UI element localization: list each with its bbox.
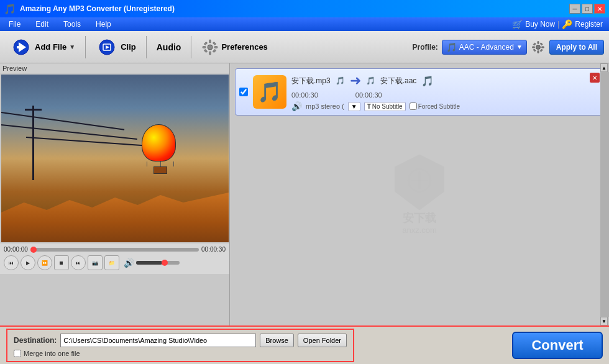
title-bar: 🎵 Amazing Any MP3 Converter (Unregistere…	[0, 0, 609, 17]
audio-button[interactable]: Audio	[152, 40, 186, 55]
toolbar: Add File ▼ Clip Audio	[0, 31, 609, 63]
browse-button[interactable]: Browse	[260, 334, 294, 347]
power-pole	[32, 106, 34, 180]
menu-edit[interactable]: Edit	[33, 19, 51, 30]
snapshot-button[interactable]: 📷	[88, 255, 103, 270]
svg-rect-20	[533, 42, 536, 45]
svg-rect-2	[17, 46, 21, 48]
scrollbar-track[interactable]	[600, 72, 609, 317]
svg-rect-22	[533, 48, 536, 52]
register-link[interactable]: Register	[575, 20, 603, 29]
start-time: 00:00:00	[4, 246, 28, 253]
svg-rect-7	[209, 40, 211, 43]
svg-rect-23	[540, 48, 543, 52]
apply-to-all-button[interactable]: Apply to All	[549, 40, 604, 55]
music-props-icon-dst: 🎵	[366, 76, 375, 85]
add-file-dropdown-icon[interactable]: ▼	[69, 43, 75, 50]
music-props-icon-src: 🎵	[336, 76, 345, 85]
remove-file-button[interactable]: ✕	[590, 73, 600, 83]
svg-rect-12	[213, 42, 217, 45]
open-folder-button[interactable]: Open Folder	[298, 334, 347, 347]
menu-bar: File Edit Tools Help 🛒 Buy Now | 🔑 Regis…	[0, 17, 609, 31]
stop-button[interactable]: ⏹	[54, 255, 69, 270]
svg-rect-9	[203, 46, 206, 48]
svg-rect-18	[532, 46, 534, 47]
merge-checkbox[interactable]	[14, 350, 21, 357]
convert-button[interactable]: Convert	[512, 332, 603, 359]
svg-rect-16	[538, 41, 539, 43]
volume-icon: 🔊	[124, 258, 134, 268]
add-file-label: Add File	[35, 42, 66, 52]
merge-label: Merge into one file	[24, 350, 80, 357]
forced-subtitle: Forced Subtitle	[410, 102, 460, 110]
minimize-button[interactable]: ─	[569, 4, 580, 14]
controls-row: ⏮ ▶ ⏩ ⏹ ⏭ 📷 📁 🔊	[2, 254, 227, 271]
preview-video	[1, 75, 229, 242]
volume-bar: 🔊	[124, 258, 180, 268]
dest-filename: 安下载.aac	[380, 76, 417, 86]
destination-label: Destination:	[14, 336, 57, 345]
svg-rect-11	[204, 42, 208, 45]
forced-subtitle-checkbox[interactable]	[410, 102, 417, 110]
forced-subtitle-label: Forced Subtitle	[418, 103, 460, 110]
progress-track[interactable]	[30, 248, 199, 252]
powerline-2	[1, 124, 137, 139]
folder-button[interactable]: 📁	[104, 255, 119, 270]
toolbar-sep-2	[146, 36, 147, 58]
scrollbar-up-button[interactable]: ▲	[600, 63, 608, 72]
clip-button[interactable]: Clip	[91, 34, 141, 61]
add-file-button[interactable]: Add File ▼	[5, 34, 80, 61]
subtitle-button[interactable]: T No Subtitle	[364, 102, 406, 111]
svg-rect-19	[541, 46, 544, 47]
destination-input[interactable]	[60, 334, 256, 347]
menu-help[interactable]: Help	[93, 19, 114, 30]
clip-icon	[96, 36, 118, 58]
menu-tools[interactable]: Tools	[61, 19, 83, 30]
audio-label: Audio	[157, 42, 181, 52]
buy-now-link[interactable]: Buy Now	[525, 20, 555, 29]
powerline-1	[1, 112, 124, 130]
volume-fill	[136, 261, 162, 265]
subtitle-label: No Subtitle	[372, 103, 403, 110]
music-note-icon: 🎵	[253, 75, 286, 109]
svg-point-24	[408, 170, 431, 192]
add-file-svg	[12, 39, 30, 56]
preview-panel: Preview	[0, 63, 230, 325]
profile-select[interactable]: 🎵 AAC - Advanced ▼	[442, 40, 527, 55]
dest-music-icon: 🎵	[421, 75, 434, 87]
profile-label: Profile:	[412, 43, 437, 52]
window-controls: ─ □ ✕	[569, 4, 605, 14]
frame-forward-button[interactable]: ⏭	[71, 255, 86, 270]
go-start-button[interactable]: ⏮	[4, 255, 19, 270]
music-note-icon-small: 🎵	[446, 42, 457, 52]
volume-track[interactable]	[136, 261, 180, 265]
maximize-button[interactable]: □	[582, 4, 593, 14]
clip-label: Clip	[121, 42, 136, 52]
svg-rect-14	[213, 49, 217, 53]
end-time: 00:00:30	[201, 246, 226, 253]
balloon-ropes	[142, 162, 179, 166]
close-button[interactable]: ✕	[594, 4, 605, 14]
file-checkbox[interactable]	[239, 88, 248, 96]
audio-dropdown[interactable]: ▼	[348, 102, 360, 111]
menu-file[interactable]: File	[6, 19, 23, 30]
watermark-shield	[395, 155, 444, 211]
time-bar: 00:00:00 00:00:30	[2, 246, 227, 253]
scrollbar-down-button[interactable]: ▼	[600, 317, 608, 325]
svg-rect-13	[204, 49, 208, 53]
preferences-button[interactable]: Preferences	[196, 36, 272, 58]
svg-rect-17	[538, 50, 539, 53]
menu-bar-right: 🛒 Buy Now | 🔑 Register	[512, 19, 603, 29]
fast-forward-button[interactable]: ⏩	[37, 255, 52, 270]
svg-rect-21	[540, 42, 543, 45]
file-info: 安下载.mp3 🎵 ➜ 🎵 安下载.aac 🎵 00:00:30 00:00:3…	[291, 73, 585, 111]
key-icon: 🔑	[562, 19, 572, 29]
destination-row: Destination: Browse Open Folder	[14, 334, 347, 347]
file-props-row: 🔊 mp3 stereo ( ▼ T No Subtitle Forced Su…	[291, 101, 585, 111]
play-button[interactable]: ▶	[21, 255, 35, 270]
clip-svg	[98, 39, 116, 56]
file-names-row: 安下载.mp3 🎵 ➜ 🎵 安下载.aac 🎵	[291, 73, 585, 89]
profile-dropdown-arrow: ▼	[516, 43, 523, 50]
preferences-label: Preferences	[221, 42, 267, 52]
settings-icon-button[interactable]	[531, 40, 546, 55]
